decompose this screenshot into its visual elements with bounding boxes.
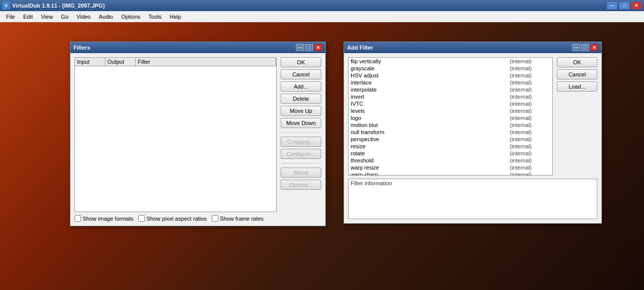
- filter-type: (internal): [510, 79, 550, 86]
- filter-name: threshold: [351, 157, 510, 163]
- filter-type: (internal): [510, 136, 550, 142]
- app-title: VirtualDub 1.9.11 - [IMG_2097.JPG]: [12, 3, 607, 9]
- move-up-button[interactable]: Move Up: [281, 106, 321, 116]
- filter-name: perspective: [351, 136, 510, 142]
- separator-2: [281, 163, 321, 163]
- configure-button[interactable]: Configure...: [281, 149, 321, 159]
- filter-name: IVTC: [351, 101, 510, 107]
- add-filter-buttons: OK Cancel Load...: [557, 57, 597, 176]
- filter-type: (internal): [510, 143, 550, 149]
- filter-type: (internal): [510, 72, 550, 78]
- filter-list-item[interactable]: threshold(internal): [349, 157, 552, 164]
- menu-tools[interactable]: Tools: [144, 13, 166, 21]
- add-filter-ok-button[interactable]: OK: [557, 57, 597, 67]
- filter-list-item[interactable]: warp resize(internal): [349, 164, 552, 171]
- filters-checkboxes: Show image formats Show pixel aspect rat…: [74, 212, 321, 222]
- add-filter-minimize-btn[interactable]: —: [572, 44, 580, 51]
- filter-type: (internal): [510, 157, 550, 163]
- filter-type: (internal): [510, 108, 550, 114]
- app-titlebar: V VirtualDub 1.9.11 - [IMG_2097.JPG] — □…: [0, 0, 644, 11]
- filter-type: (internal): [510, 164, 550, 171]
- options-button[interactable]: Options...: [281, 180, 321, 190]
- filter-list-item[interactable]: flip vertically(internal): [349, 58, 552, 65]
- filter-list-item[interactable]: logo(internal): [349, 114, 552, 121]
- filter-type: (internal): [510, 87, 550, 93]
- ok-button[interactable]: OK: [281, 57, 321, 67]
- move-down-button[interactable]: Move Down: [281, 118, 321, 128]
- app-minimize-btn[interactable]: —: [607, 2, 618, 10]
- show-pixel-aspect-checkbox[interactable]: [138, 215, 145, 222]
- filter-name: null transform: [351, 129, 510, 135]
- filter-name: logo: [351, 115, 510, 121]
- blend-button[interactable]: Blend: [281, 168, 321, 178]
- filters-dialog: Filters — □ ✕ Input Output Filter OK Can…: [70, 42, 326, 226]
- add-filter-maximize-btn[interactable]: □: [581, 44, 589, 51]
- menu-video[interactable]: Video: [72, 13, 95, 21]
- app-maximize-btn[interactable]: □: [619, 2, 630, 10]
- filter-list-item[interactable]: grayscale(internal): [349, 65, 552, 72]
- filter-list-item[interactable]: rotate(internal): [349, 150, 552, 157]
- delete-button[interactable]: Delete: [281, 94, 321, 104]
- add-filter-content: flip vertically(internal)grayscale(inter…: [344, 53, 601, 223]
- filter-type: (internal): [510, 150, 550, 156]
- filter-list-item[interactable]: warp sharp(internal): [349, 171, 552, 176]
- app-close-btn[interactable]: ✕: [631, 2, 642, 10]
- menu-view[interactable]: View: [37, 13, 57, 21]
- filter-name: rotate: [351, 150, 510, 156]
- filter-list-item[interactable]: interpolate(internal): [349, 86, 552, 93]
- menu-file[interactable]: File: [2, 13, 19, 21]
- show-frame-rates-checkbox[interactable]: [212, 215, 218, 222]
- filters-list-area: Input Output Filter: [74, 57, 277, 212]
- filters-content: Input Output Filter OK Cancel Add... Del…: [70, 53, 325, 226]
- filters-win-controls: — □ ✕: [296, 44, 322, 51]
- filter-name: HSV adjust: [351, 72, 510, 78]
- cropping-button[interactable]: Cropping...: [281, 137, 321, 147]
- add-button[interactable]: Add...: [281, 81, 321, 92]
- filter-list-item[interactable]: interlace(internal): [349, 79, 552, 86]
- filter-type: (internal): [510, 172, 550, 176]
- add-filter-close-btn[interactable]: ✕: [590, 44, 598, 51]
- filters-maximize-btn[interactable]: □: [305, 44, 313, 51]
- show-frame-rates-text: Show frame rates: [220, 216, 263, 222]
- col-filter: Filter: [136, 58, 276, 66]
- filter-info-area: Filter information: [348, 179, 597, 219]
- add-filter-load-button[interactable]: Load...: [557, 81, 597, 92]
- filter-name: interlace: [351, 79, 510, 86]
- col-input: Input: [75, 58, 105, 66]
- menu-help[interactable]: Help: [166, 13, 185, 21]
- filters-main: Input Output Filter OK Cancel Add... Del…: [74, 57, 321, 212]
- filter-list-item[interactable]: HSV adjust(internal): [349, 72, 552, 79]
- filter-type: (internal): [510, 65, 550, 71]
- filter-list-item[interactable]: levels(internal): [349, 107, 552, 114]
- add-filter-cancel-button[interactable]: Cancel: [557, 69, 597, 79]
- add-filter-main: flip vertically(internal)grayscale(inter…: [348, 57, 597, 176]
- show-frame-rates-label[interactable]: Show frame rates: [212, 215, 263, 222]
- filter-list-item[interactable]: null transform(internal): [349, 129, 552, 136]
- filter-listbox[interactable]: flip vertically(internal)grayscale(inter…: [348, 57, 553, 176]
- filter-list-item[interactable]: resize(internal): [349, 143, 552, 150]
- menu-options[interactable]: Options: [117, 13, 144, 21]
- filter-name: warp resize: [351, 164, 510, 171]
- filter-list-item[interactable]: invert(internal): [349, 93, 552, 100]
- menu-audio[interactable]: Audio: [95, 13, 117, 21]
- show-pixel-aspect-label[interactable]: Show pixel aspect ratios: [138, 215, 207, 222]
- cancel-button[interactable]: Cancel: [281, 69, 321, 79]
- menu-edit[interactable]: Edit: [19, 13, 37, 21]
- show-image-formats-label[interactable]: Show image formats: [74, 215, 133, 222]
- filter-name: motion blur: [351, 122, 510, 128]
- filters-table: Input Output Filter: [74, 57, 277, 212]
- show-image-formats-checkbox[interactable]: [74, 215, 81, 222]
- filters-close-btn[interactable]: ✕: [314, 44, 322, 51]
- filter-list-item[interactable]: perspective(internal): [349, 136, 552, 143]
- filter-type: (internal): [510, 115, 550, 121]
- menu-go[interactable]: Go: [57, 13, 72, 21]
- filter-name: levels: [351, 108, 510, 114]
- filter-list-item[interactable]: IVTC(internal): [349, 100, 552, 107]
- show-image-formats-text: Show image formats: [83, 216, 133, 222]
- filter-type: (internal): [510, 94, 550, 100]
- app-icon: V: [2, 2, 10, 10]
- filters-table-header: Input Output Filter: [75, 58, 276, 66]
- filter-type: (internal): [510, 122, 550, 128]
- filters-minimize-btn[interactable]: —: [296, 44, 304, 51]
- filter-list-item[interactable]: motion blur(internal): [349, 121, 552, 129]
